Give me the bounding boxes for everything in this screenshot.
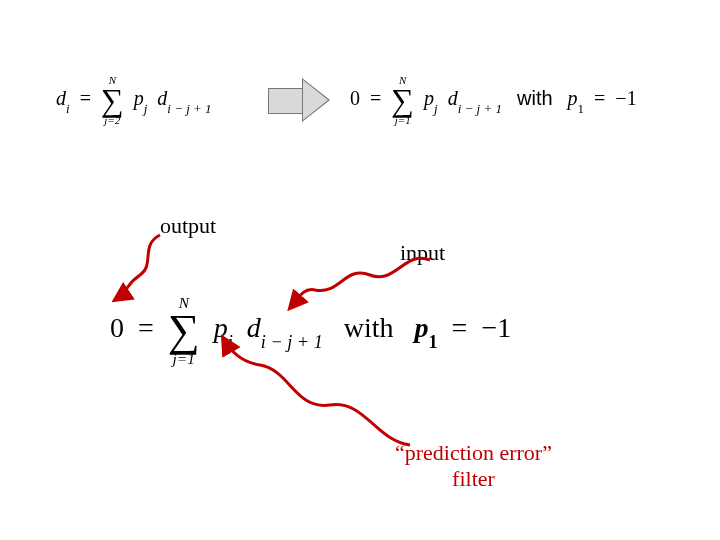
sigma-icon: ∑ xyxy=(101,86,124,115)
sub-1: 1 xyxy=(429,332,438,352)
summation: N ∑ j=1 xyxy=(168,295,200,366)
equals: = xyxy=(370,87,381,109)
neg-one: −1 xyxy=(481,312,511,343)
label-output: output xyxy=(160,213,216,239)
var-d2: d xyxy=(448,87,458,109)
label-pred-line2: filter xyxy=(395,466,552,492)
sum-lower: j=1 xyxy=(168,351,200,366)
sub-ij: i − j + 1 xyxy=(261,332,323,352)
sub-ij: i − j + 1 xyxy=(167,101,211,116)
var-p1: p xyxy=(415,312,429,343)
var-d2: d xyxy=(157,87,167,109)
var-p: p xyxy=(134,87,144,109)
summation: N ∑ j=1 xyxy=(391,75,414,126)
slide: di = N ∑ j=2 pj di − j + 1 0 = N ∑ j=1 p… xyxy=(0,0,720,540)
arrow-right-icon xyxy=(268,78,332,122)
label-pred-line1: “prediction error” xyxy=(395,440,552,466)
equals: = xyxy=(80,87,91,109)
label-input: input xyxy=(400,240,445,266)
sigma-icon: ∑ xyxy=(168,310,200,350)
neg-one: −1 xyxy=(615,87,636,109)
sub-j: j xyxy=(144,101,148,116)
equation-top-right: 0 = N ∑ j=1 pj di − j + 1 with p1 = −1 xyxy=(350,75,637,126)
summation: N ∑ j=2 xyxy=(101,75,124,126)
with-word: with xyxy=(517,87,553,109)
equals: = xyxy=(138,312,154,343)
sigma-icon: ∑ xyxy=(391,86,414,115)
equals: = xyxy=(452,312,468,343)
var-p1: p xyxy=(568,87,578,109)
label-prediction-error: “prediction error” filter xyxy=(395,440,552,492)
zero: 0 xyxy=(110,312,124,343)
var-p: p xyxy=(214,312,228,343)
equation-top-left: di = N ∑ j=2 pj di − j + 1 xyxy=(56,75,212,126)
var-p: p xyxy=(424,87,434,109)
zero: 0 xyxy=(350,87,360,109)
equation-main: 0 = N ∑ j=1 pj di − j + 1 with p1 = −1 xyxy=(110,295,511,366)
var-d: d xyxy=(56,87,66,109)
sub-j: j xyxy=(434,101,438,116)
sub-j: j xyxy=(228,332,233,352)
sum-lower: j=1 xyxy=(391,115,414,126)
with-word: with xyxy=(344,312,394,343)
sub-ij: i − j + 1 xyxy=(458,101,502,116)
equals: = xyxy=(594,87,605,109)
sub-i: i xyxy=(66,101,70,116)
sub-1: 1 xyxy=(578,101,585,116)
var-d2: d xyxy=(247,312,261,343)
